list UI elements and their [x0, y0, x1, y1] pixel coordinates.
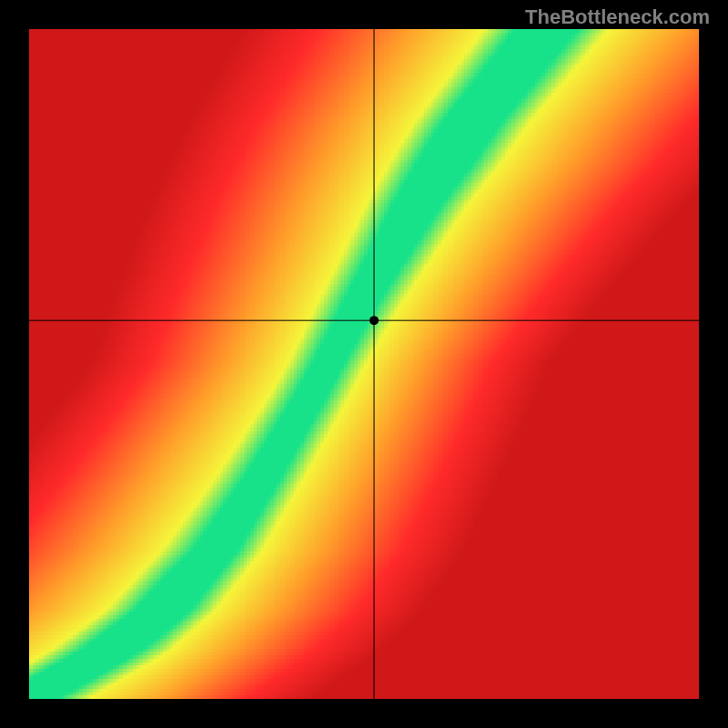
bottleneck-heatmap	[0, 0, 728, 728]
watermark-text: TheBottleneck.com	[525, 5, 710, 29]
